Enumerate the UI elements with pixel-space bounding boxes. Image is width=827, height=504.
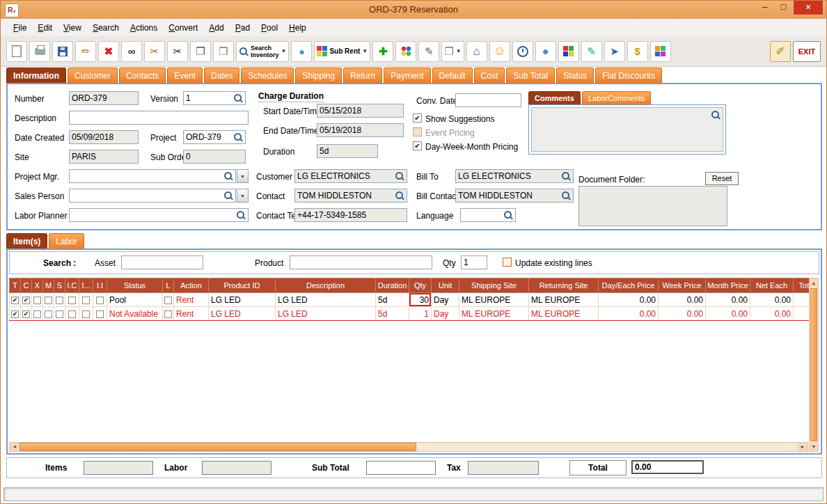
tab-default[interactable]: Default (432, 68, 473, 83)
row1-check-l[interactable] (164, 297, 172, 304)
row1-description[interactable]: LG LED (276, 293, 376, 307)
date-created-field[interactable]: 05/09/2018 (69, 130, 139, 144)
find-button[interactable]: ∞ (121, 41, 142, 62)
description-field[interactable] (69, 111, 249, 125)
menu-pad[interactable]: Pad (230, 21, 255, 35)
menu-edit[interactable]: Edit (32, 21, 58, 35)
row2-check-ii[interactable] (96, 310, 104, 318)
customer-field[interactable]: LG ELECTRONICS (294, 169, 407, 183)
sub-orders-field[interactable]: 0 (183, 150, 246, 164)
row1-day-each-price[interactable]: 0.00 (599, 293, 659, 307)
menu-add[interactable]: Add (203, 21, 229, 35)
history-button[interactable] (512, 41, 533, 62)
conv-date-field[interactable] (455, 93, 521, 107)
row2-net-each[interactable]: 0.00 (750, 307, 794, 321)
bill-to-search-icon[interactable] (561, 171, 571, 181)
version-field[interactable]: 1 (183, 91, 246, 105)
customer-search-icon[interactable] (395, 171, 404, 181)
language-search-icon[interactable] (503, 210, 513, 220)
tab-sub-total[interactable]: Sub Total (506, 68, 555, 83)
menu-convert[interactable]: Convert (163, 21, 203, 35)
tab-cost[interactable]: Cost (474, 68, 505, 83)
sales-person-dropdown[interactable]: ▼ (237, 189, 249, 203)
row1-check-x[interactable] (33, 297, 41, 304)
scroll-right-icon[interactable]: ► (798, 443, 808, 451)
comments-search-icon[interactable] (711, 110, 720, 120)
row2-check-s[interactable] (56, 310, 63, 318)
sub-rent-button[interactable]: Sub Rent ▼ (314, 41, 370, 62)
contact-tel-field[interactable]: +44-17-5349-1585 (294, 208, 407, 222)
bill-contact-search-icon[interactable] (561, 191, 571, 200)
row2-total[interactable] (794, 307, 810, 321)
tab-return[interactable]: Return (343, 68, 382, 83)
project-field[interactable]: ORD-379 (183, 130, 246, 144)
copy-button[interactable]: ❐ (190, 41, 211, 62)
row2-unit[interactable]: Day (432, 307, 459, 321)
menu-actions[interactable]: Actions (125, 21, 163, 35)
tab-information[interactable]: Information (6, 68, 66, 83)
exit-button[interactable]: EXIT (793, 41, 821, 62)
batch-documents-button[interactable]: ❐▼ (441, 41, 464, 62)
duration-field[interactable]: 5d (317, 144, 378, 158)
item-row-2[interactable]: Not Available Rent LG LED LG LED 5d 1 Da… (10, 307, 810, 321)
row1-unit[interactable]: Day (432, 293, 459, 307)
tab-labor-comments[interactable]: LaborComments (582, 91, 651, 104)
dwm-pricing-checkbox[interactable] (413, 141, 422, 150)
unlock-tool-button[interactable]: ✐ (770, 41, 791, 62)
site-field[interactable]: PARIS (69, 150, 139, 164)
edit-button[interactable]: ✏ (75, 41, 96, 62)
filter-button[interactable]: ● (291, 41, 312, 62)
project-mgr-dropdown[interactable]: ▼ (237, 169, 249, 183)
search-inventory-button[interactable]: Search Inventory ▼ (236, 41, 289, 62)
package-pool-button[interactable] (650, 41, 671, 62)
cut-button[interactable]: ✂ (167, 41, 188, 62)
row2-check-c[interactable] (22, 310, 30, 318)
edit-note-button[interactable]: ✎ (418, 41, 439, 62)
batch-dropdown-icon[interactable]: ▼ (456, 48, 462, 54)
row1-net-each[interactable]: 0.00 (750, 293, 794, 307)
menu-help[interactable]: Help (283, 21, 312, 35)
menu-search[interactable]: Search (87, 21, 125, 35)
tab-schedules[interactable]: Schedules (241, 68, 294, 83)
tab-comments[interactable]: Comments (528, 91, 581, 104)
row1-check-c[interactable] (22, 297, 30, 304)
row1-check-t[interactable] (11, 297, 19, 304)
maximize-button[interactable]: □ (774, 1, 793, 14)
row1-product-id[interactable]: LG LED (209, 293, 276, 307)
horizontal-scroll-thumb[interactable] (19, 443, 416, 451)
row1-check-ii[interactable] (96, 297, 104, 304)
qty-input[interactable]: 1 (461, 255, 487, 269)
row1-total[interactable] (794, 293, 810, 307)
tab-event[interactable]: Event (167, 68, 203, 83)
bill-to-field[interactable]: LG ELECTRONICS (455, 169, 574, 183)
comments-textarea[interactable] (531, 107, 723, 152)
horizontal-scrollbar[interactable]: ◄ ► (9, 442, 808, 452)
row2-check-idot[interactable] (82, 310, 90, 318)
row2-shipping-site[interactable]: ML EUROPE (459, 307, 529, 321)
minimize-button[interactable]: – (755, 1, 774, 14)
row2-action[interactable]: Rent (174, 307, 209, 321)
sales-person-search-icon[interactable] (223, 191, 233, 200)
row2-description[interactable]: LG LED (276, 307, 376, 321)
feedback-button[interactable]: ☺ (489, 41, 510, 62)
row1-returning-site[interactable]: ML EUROPE (529, 293, 599, 307)
tab-shipping[interactable]: Shipping (295, 68, 342, 83)
row1-shipping-site[interactable]: ML EUROPE (459, 293, 529, 307)
cut-line-button[interactable]: ✂ (144, 41, 165, 62)
labor-planner-search-icon[interactable] (236, 210, 246, 220)
reset-button[interactable]: Reset (705, 172, 739, 185)
paste-button[interactable]: ❒ (213, 41, 234, 62)
project-mgr-field[interactable] (69, 169, 236, 183)
row1-action[interactable]: Rent (174, 293, 209, 307)
number-field[interactable]: ORD-379 (69, 91, 139, 105)
start-date-field[interactable]: 05/15/2018 (317, 104, 404, 118)
row2-check-ic[interactable] (68, 310, 76, 318)
new-document-button[interactable] (6, 41, 27, 62)
export-button[interactable]: ➤ (604, 41, 625, 62)
vertical-scroll-thumb[interactable] (810, 288, 817, 441)
row2-check-m[interactable] (45, 310, 52, 318)
row2-product-id[interactable]: LG LED (209, 307, 276, 321)
sales-person-field[interactable] (69, 189, 236, 203)
menu-file[interactable]: File (8, 21, 32, 35)
pool-items-button[interactable] (395, 41, 416, 62)
